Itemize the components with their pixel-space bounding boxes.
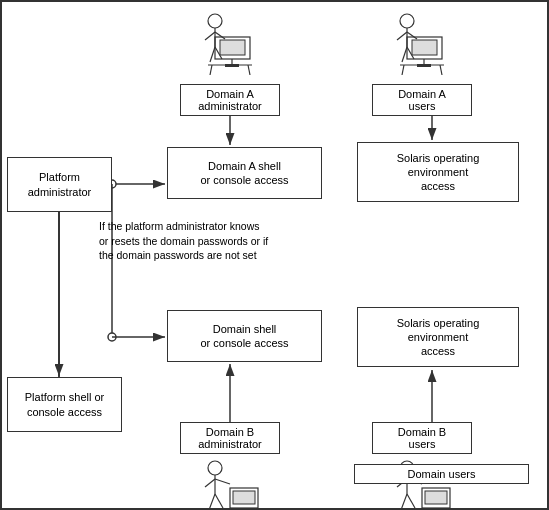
domain-b-admin-person: Domain B administrator bbox=[180, 422, 280, 510]
svg-line-39 bbox=[402, 47, 407, 62]
svg-line-58 bbox=[401, 494, 407, 510]
domain-a-shell-box: Domain A shell or console access bbox=[167, 147, 322, 199]
svg-rect-29 bbox=[412, 40, 437, 55]
platform-shell-box: Platform shell or console access bbox=[7, 377, 122, 432]
svg-line-43 bbox=[205, 479, 215, 487]
condition-note: If the platform administrator knows or r… bbox=[97, 217, 347, 287]
solaris-a-label: Solaris operating environment access bbox=[397, 151, 480, 194]
svg-point-41 bbox=[208, 461, 222, 475]
solaris-a-box: Solaris operating environment access bbox=[357, 142, 519, 202]
svg-point-35 bbox=[400, 14, 414, 28]
domain-a-admin-person: Domain A administrator bbox=[180, 7, 280, 116]
svg-line-34 bbox=[440, 65, 442, 75]
platform-admin-label: Platform administrator bbox=[28, 170, 92, 199]
domain-b-shell-label: Domain shell or console access bbox=[200, 322, 288, 351]
diagram: Platform administrator Platform shell or… bbox=[0, 0, 549, 510]
platform-shell-label: Platform shell or console access bbox=[25, 390, 104, 419]
svg-line-46 bbox=[215, 494, 223, 508]
domain-a-users-person: Domain A users bbox=[372, 7, 472, 116]
svg-rect-64 bbox=[425, 491, 447, 504]
domain-a-admin-label: Domain A administrator bbox=[180, 84, 280, 116]
svg-rect-51 bbox=[233, 491, 255, 504]
svg-line-45 bbox=[209, 494, 215, 510]
domain-a-users-label: Domain A users bbox=[372, 84, 472, 116]
svg-line-21 bbox=[248, 65, 250, 75]
domain-b-shell-box: Domain shell or console access bbox=[167, 310, 322, 362]
solaris-b-box: Solaris operating environment access bbox=[357, 307, 519, 367]
svg-point-8 bbox=[108, 333, 116, 341]
svg-line-37 bbox=[397, 32, 407, 40]
solaris-b-label: Solaris operating environment access bbox=[397, 316, 480, 359]
domain-b-users-label: Domain B users bbox=[372, 422, 472, 454]
svg-line-26 bbox=[210, 47, 215, 62]
domain-b-admin-box-label: Domain users bbox=[354, 464, 529, 484]
svg-point-22 bbox=[208, 14, 222, 28]
svg-line-20 bbox=[210, 65, 212, 75]
svg-line-33 bbox=[402, 65, 404, 75]
svg-line-24 bbox=[205, 32, 215, 40]
platform-admin-box: Platform administrator bbox=[7, 157, 112, 212]
domain-a-shell-label: Domain A shell or console access bbox=[200, 159, 288, 188]
svg-line-44 bbox=[215, 479, 230, 484]
domain-b-admin-label: Domain B administrator bbox=[180, 422, 280, 454]
svg-rect-16 bbox=[220, 40, 245, 55]
svg-line-59 bbox=[407, 494, 415, 508]
